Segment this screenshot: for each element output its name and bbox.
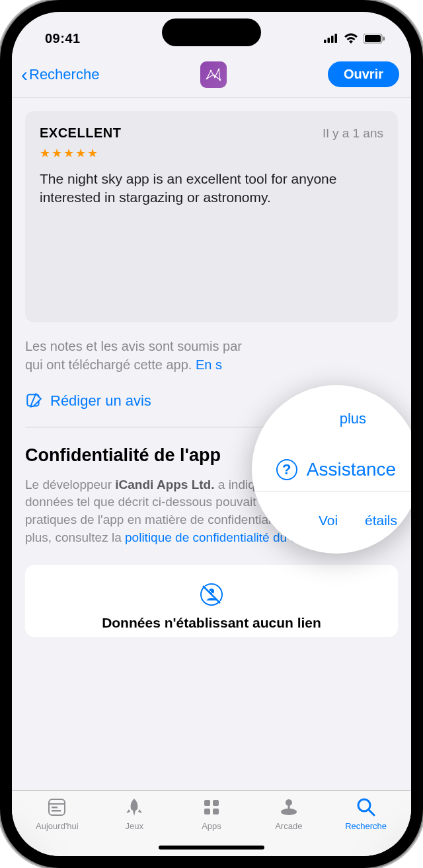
apps-icon (200, 796, 223, 818)
app-icon[interactable] (200, 61, 227, 88)
magnifier-details-text: Voi étails (319, 513, 397, 528)
svg-point-9 (214, 76, 215, 77)
svg-point-7 (206, 77, 208, 79)
open-button[interactable]: Ouvrir (328, 61, 399, 87)
review-title: EXCELLENT (40, 126, 121, 141)
svg-line-15 (203, 586, 220, 603)
svg-rect-24 (213, 809, 219, 814)
svg-rect-3 (335, 34, 338, 43)
back-button[interactable]: ‹ Recherche (21, 65, 99, 85)
review-card[interactable]: EXCELLENT Il y a 1 ans ★★★★★ The night s… (25, 111, 398, 322)
svg-rect-1 (328, 38, 330, 43)
svg-rect-22 (213, 800, 219, 806)
svg-point-11 (219, 79, 221, 80)
ratings-disclaimer: Les notes et les avis sont soumis par qu… (25, 337, 398, 374)
tab-label: Aujourd'hui (36, 821, 79, 831)
svg-rect-2 (331, 36, 334, 43)
tab-today[interactable]: Aujourd'hui (19, 796, 96, 856)
svg-rect-23 (204, 809, 210, 814)
assistance-button[interactable]: ? Assistance (276, 459, 396, 480)
chevron-left-icon: ‹ (21, 65, 28, 85)
data-card-title: Données n'établissant aucun lien (40, 615, 383, 631)
svg-rect-5 (365, 35, 381, 42)
svg-rect-6 (383, 36, 385, 40)
magnifier-plus-text: plus (340, 410, 366, 427)
svg-rect-20 (52, 810, 61, 812)
tab-label: Jeux (125, 821, 143, 831)
svg-rect-0 (324, 40, 327, 43)
tab-label: Apps (202, 821, 221, 831)
wifi-icon (344, 33, 358, 44)
magnifier-callout: plus ? Assistance Voi étails (252, 385, 411, 554)
cellular-icon (324, 34, 338, 43)
search-icon (355, 796, 377, 818)
svg-point-8 (210, 69, 212, 71)
no-link-icon (40, 582, 383, 607)
back-label: Recherche (29, 66, 99, 83)
developer-name: iCandi Apps Ltd. (115, 478, 214, 491)
home-indicator[interactable] (159, 846, 264, 850)
privacy-section-title: Confidentialité de l'app (25, 445, 221, 467)
tab-label: Recherche (345, 821, 387, 831)
compose-icon (25, 392, 42, 410)
arcade-icon (278, 796, 300, 818)
tab-label: Arcade (275, 821, 302, 831)
learn-more-link[interactable]: En s (196, 357, 222, 372)
dynamic-island (162, 18, 261, 46)
review-date: Il y a 1 ans (323, 126, 383, 141)
svg-line-29 (369, 810, 374, 815)
write-review-label: Rédiger un avis (50, 392, 151, 410)
nav-bar: ‹ Recherche Ouvrir (12, 52, 411, 98)
privacy-data-card[interactable]: Données n'établissant aucun lien (25, 565, 398, 637)
svg-point-10 (218, 68, 219, 69)
rocket-icon (123, 796, 145, 818)
svg-rect-21 (204, 800, 210, 806)
assistance-label: Assistance (307, 459, 396, 480)
write-review-button[interactable]: Rédiger un avis (25, 392, 151, 410)
status-time: 09:41 (45, 31, 81, 46)
today-icon (46, 796, 68, 818)
svg-point-27 (286, 799, 292, 806)
svg-rect-19 (52, 807, 58, 809)
status-icons (324, 33, 385, 44)
review-text: The night sky app is an excellent tool f… (40, 170, 383, 207)
star-rating: ★★★★★ (40, 146, 383, 161)
battery-icon (364, 34, 385, 44)
help-icon: ? (276, 459, 297, 480)
tab-search[interactable]: Recherche (327, 796, 404, 856)
